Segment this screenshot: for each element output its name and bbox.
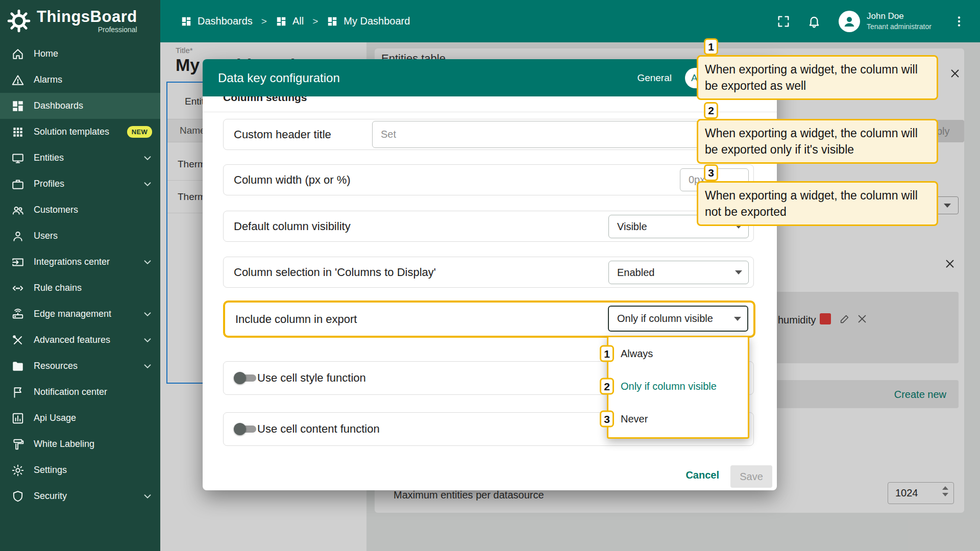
annotation-number-badge: 2 (600, 378, 614, 395)
breadcrumb-label: Dashboards (198, 15, 253, 27)
sidebar-item-notification-center[interactable]: Notification center (0, 379, 160, 405)
menu-option-always[interactable]: 1 Always (608, 337, 748, 370)
paint-icon (11, 438, 24, 451)
annotation-number-badge: 3 (704, 164, 718, 181)
sidebar-item-entities[interactable]: Entities (0, 145, 160, 171)
sidebar-item-home[interactable]: Home (0, 41, 160, 67)
dialog-header: Data key configuration General Advanced (203, 59, 777, 96)
breadcrumb-my-dashboard[interactable]: My Dashboard (327, 15, 410, 27)
sidebar-item-label: Solution templates (34, 127, 109, 137)
field-column-width: Column width (px or %) (223, 164, 754, 195)
cell-style-toggle[interactable] (234, 372, 257, 384)
sidebar-item-alarms[interactable]: Alarms (0, 67, 160, 93)
breadcrumb-label: My Dashboard (344, 15, 410, 27)
breadcrumb-dashboards[interactable]: Dashboards (181, 15, 253, 27)
dialog-title: Data key configuration (218, 71, 340, 85)
rule-chain-ethernet-icon (11, 282, 24, 295)
chevron-down-icon (142, 309, 153, 320)
thingsboard-gear-icon (6, 8, 32, 34)
gear-icon (11, 464, 24, 477)
annotation-number-badge: 1 (704, 38, 718, 55)
tab-general[interactable]: General (637, 72, 672, 84)
menu-option-only-if-column-visible[interactable]: 2 Only if column visible (608, 370, 748, 403)
sidebar-item-white-labeling[interactable]: White Labeling (0, 431, 160, 457)
user-avatar[interactable] (839, 11, 860, 32)
breadcrumb-separator: > (261, 16, 267, 27)
sidebar-item-dashboards[interactable]: Dashboards (0, 93, 160, 119)
breadcrumb-all[interactable]: All (276, 15, 304, 27)
sidebar-item-users[interactable]: Users (0, 223, 160, 249)
include-in-export-select[interactable]: Only if column visible (608, 306, 748, 332)
sidebar-item-label: Resources (34, 361, 78, 371)
breadcrumb: Dashboards > All > My Dashboard (181, 15, 410, 27)
fullscreen-icon[interactable] (776, 14, 791, 29)
dashboards-icon (181, 16, 192, 27)
sidebar-item-label: Advanced features (34, 335, 110, 345)
chart-icon (11, 412, 24, 425)
notifications-bell-icon[interactable] (807, 14, 821, 29)
chevron-down-icon (142, 257, 153, 268)
sidebar-item-solution-templates[interactable]: Solution templates NEW (0, 119, 160, 145)
folder-icon (11, 360, 24, 373)
sidebar-nav: Home Alarms Dashboards Solution template… (0, 41, 160, 509)
more-menu-icon[interactable] (952, 15, 966, 28)
field-label: Include column in export (235, 313, 357, 326)
sidebar-item-advanced-features[interactable]: Advanced features (0, 327, 160, 353)
sidebar-item-edge-management[interactable]: Edge management (0, 301, 160, 327)
sidebar: ThingsBoard Professional Home Alarms Das… (0, 0, 160, 551)
sidebar-item-label: Entities (34, 153, 64, 163)
section-column-settings: Column settings (223, 96, 307, 104)
column-selection-select[interactable]: Enabled (608, 261, 749, 284)
menu-option-never[interactable]: 3 Never (608, 403, 748, 435)
field-label: Default column visibility (234, 220, 351, 233)
home-icon (11, 47, 24, 61)
edge-router-icon (11, 308, 24, 321)
sidebar-item-resources[interactable]: Resources (0, 353, 160, 379)
chevron-down-icon (142, 491, 153, 502)
field-label: Column width (px or %) (234, 173, 351, 187)
cancel-button[interactable]: Cancel (685, 469, 719, 481)
dashboards-icon (11, 99, 24, 113)
sidebar-item-label: Alarms (34, 74, 62, 85)
sidebar-item-rule-chains[interactable]: Rule chains (0, 275, 160, 301)
integration-input-icon (11, 256, 24, 269)
annotation-number-badge: 2 (704, 102, 718, 119)
user-role: Tenant administrator (867, 22, 943, 31)
brand-name: ThingsBoard (37, 8, 137, 26)
select-value: Only if column visible (617, 313, 713, 324)
sidebar-item-api-usage[interactable]: Api Usage (0, 405, 160, 431)
dashboards-icon (276, 16, 287, 27)
app-screen: ThingsBoard Professional Home Alarms Das… (0, 0, 980, 551)
toggle-thumb (234, 423, 246, 435)
sidebar-item-settings[interactable]: Settings (0, 457, 160, 483)
sidebar-item-label: Dashboards (34, 101, 83, 111)
sidebar-item-profiles[interactable]: Profiles (0, 171, 160, 197)
flag-icon (11, 386, 24, 399)
appbar-actions: John Doe Tenant administrator (760, 11, 969, 32)
option-label: Always (621, 348, 653, 360)
select-value: Visible (617, 221, 647, 233)
person-icon (11, 230, 24, 243)
save-button[interactable]: Save (730, 465, 772, 488)
entities-icon (11, 152, 24, 165)
briefcase-icon (11, 178, 24, 191)
sidebar-item-label: Integrations center (34, 257, 110, 267)
field-label: Custom header title (234, 128, 331, 141)
include-in-export-dropdown-menu: 1 Always 2 Only if column visible 3 Neve… (607, 336, 749, 439)
sidebar-item-security[interactable]: Security (0, 483, 160, 509)
field-include-column-in-export-highlighted: Include column in export Only if column … (223, 300, 755, 338)
brand-logo[interactable]: ThingsBoard Professional (0, 0, 160, 38)
sidebar-item-label: Users (34, 231, 58, 241)
sidebar-item-integrations-center[interactable]: Integrations center (0, 249, 160, 275)
sidebar-item-customers[interactable]: Customers (0, 197, 160, 223)
sidebar-item-label: Customers (34, 205, 78, 215)
sidebar-item-label: Edge management (34, 309, 111, 319)
breadcrumb-label: All (292, 15, 304, 27)
sidebar-item-label: Security (34, 491, 67, 502)
tools-icon (11, 334, 24, 347)
cell-content-toggle[interactable] (234, 423, 257, 435)
field-label: Column selection in 'Columns to Display' (234, 266, 436, 279)
dialog-body: Column settings Custom header title Colu… (203, 96, 777, 490)
annotation-number-badge: 3 (600, 411, 614, 428)
chevron-down-icon (734, 317, 741, 321)
